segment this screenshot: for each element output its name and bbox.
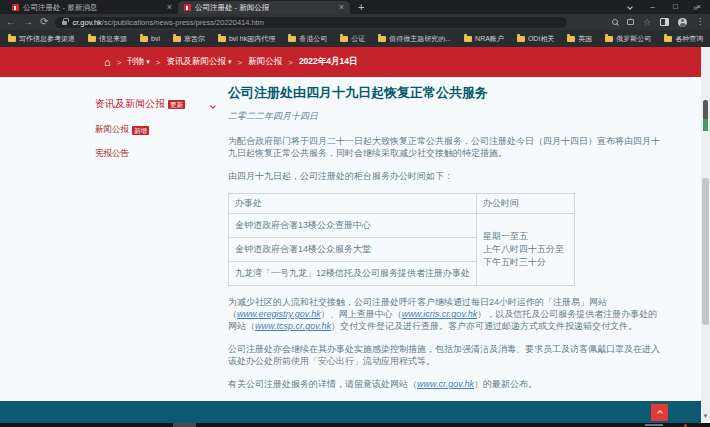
bookmark-folder[interactable]: 塞舌尔 (173, 34, 205, 44)
bookmarks-overflow-icon[interactable]: » (693, 3, 698, 13)
bookmark-folder[interactable]: 信息来源 (88, 34, 127, 44)
scrollbar-find-marker (703, 119, 708, 131)
url-domain: cr.gov.hk (72, 18, 101, 27)
article: 公司注册处由四月十九日起恢复正常公共服务 二零二二年四月十四日 为配合政府部门将… (228, 85, 660, 424)
tab-close-icon[interactable]: × (167, 3, 172, 12)
bookmark-folder[interactable]: 英国 (567, 34, 592, 44)
back-icon[interactable]: ← (6, 17, 16, 27)
inline-link[interactable]: www.eregistry.gov.hk (237, 309, 321, 319)
bookmark-label: 写作信息参考渠道 (19, 34, 75, 44)
breadcrumb-separator: > (117, 58, 122, 67)
minimize-button[interactable]: – (641, 0, 664, 13)
share-icon[interactable] (627, 19, 634, 25)
folder-icon (605, 36, 613, 42)
bookmark-label: 香港公司 (299, 34, 327, 44)
chevron-down-icon[interactable] (211, 99, 215, 110)
inline-link[interactable]: www.icris.cr.gov.hk (402, 309, 478, 319)
scrollbar-thumb[interactable] (702, 178, 709, 325)
bookmark-folder[interactable]: 写作信息参考渠道 (8, 34, 75, 44)
bookmarks-bar: 写作信息参考渠道信息来源bvi塞舌尔bvi hk国内代理香港公司公证值得做主题研… (0, 30, 710, 47)
taskbar-segment (173, 423, 196, 427)
office-cell: 金钟道政府合署14楼公众服务大堂 (229, 238, 477, 262)
chevron-down-icon: ▾ (146, 58, 150, 66)
address-bar[interactable]: cr.gov.hk/sc/publications/news-press/pre… (55, 17, 567, 28)
breadcrumb: ⌂ >刊物 ▾>资讯及新闻公报 ▾>新闻公报>2022年4月14日 (0, 47, 710, 77)
paragraph-text: 有关公司注册处服务的详情，请留意该处网站（ (228, 379, 417, 389)
tab-search-icon[interactable] (618, 0, 641, 13)
tab-strip-tabs: 公司注册处 - 最新消息×公司注册处 - 新闻公报× (6, 1, 350, 14)
bookmark-label: NRA账户 (475, 34, 504, 44)
browser-tab[interactable]: 公司注册处 - 最新消息× (6, 1, 178, 14)
office-cell: 九龙湾「一号九龙」12楼信托及公司服务提供者注册办事处 (229, 262, 477, 286)
breadcrumb-item[interactable]: 刊物 ▾ (127, 56, 150, 68)
bookmark-label: bvi hk国内代理 (229, 34, 275, 44)
profile-avatar[interactable] (678, 18, 687, 27)
bookmark-star-icon[interactable]: ☆ (643, 18, 651, 27)
maximize-button[interactable]: □ (664, 0, 687, 13)
breadcrumb-separator: > (156, 58, 161, 67)
article-date: 二零二二年四月十四日 (228, 110, 660, 123)
new-badge: 新增 (132, 126, 149, 135)
breadcrumb-separator: > (288, 58, 293, 67)
paragraph-text: 公司注册处亦会继续在其办事处实施感染控制措施，包括加强清洁及消毒、要求员工及访客… (228, 344, 660, 366)
search-icon[interactable] (612, 19, 618, 25)
bookmark-folder[interactable]: bvi (140, 35, 160, 42)
back-to-top-button[interactable] (651, 404, 668, 421)
table-header-cell: 办事处 (229, 194, 477, 214)
folder-icon (517, 36, 525, 42)
new-tab-button[interactable]: + (358, 2, 364, 13)
breadcrumb-item[interactable]: 资讯及新闻公报 ▾ (167, 56, 232, 68)
scrollbar-track[interactable]: ▼ (701, 47, 710, 423)
sidebar-heading[interactable]: 资讯及新闻公报 更新 (95, 97, 215, 111)
taskbar-edge (0, 423, 710, 427)
browser-toolbar: ← → ⟳ cr.gov.hk/sc/publications/news-pre… (0, 14, 710, 30)
menu-icon[interactable]: ⋮ (696, 18, 704, 26)
article-paragraph: 公司注册处亦会继续在其办事处实施感染控制措施，包括加强清洁及消毒、要求员工及访客… (228, 343, 660, 367)
inline-link[interactable]: www.cr.gov.hk (417, 379, 474, 389)
bookmark-folder[interactable]: 值得做主题研究的... (378, 34, 451, 44)
bookmark-folder[interactable]: ODI相关 (517, 34, 554, 44)
sidebar-item-label: 新闻公报 (95, 124, 129, 136)
browser-window: 公司注册处 - 最新消息×公司注册处 - 新闻公报× + – □ × ← → ⟳… (0, 0, 710, 427)
forward-icon[interactable]: → (23, 17, 33, 27)
bookmark-label: 英国 (578, 34, 592, 44)
paragraph-text: 为配合政府部门将于四月二十一日起大致恢复正常公共服务，公司注册处今日（四月十四日… (228, 136, 660, 158)
folder-icon (340, 36, 348, 42)
bookmark-folder[interactable]: bvi hk国内代理 (218, 34, 275, 44)
hours-line: 上午八时四十五分至下午五时三十分 (483, 243, 568, 269)
bookmark-label: 塞舌尔 (184, 34, 205, 44)
bookmark-folder[interactable]: 俄罗斯公司 (605, 34, 651, 44)
bookmark-label: 信息来源 (99, 34, 127, 44)
tab-strip: 公司注册处 - 最新消息×公司注册处 - 新闻公报× + – □ × (0, 0, 710, 14)
tab-title: 公司注册处 - 新闻公报 (195, 3, 335, 13)
bookmark-folder[interactable]: NRA账户 (464, 34, 504, 44)
breadcrumb-item[interactable]: 2022年4月14日 (299, 56, 358, 68)
sidebar-item[interactable]: 宪报公告 (95, 148, 215, 160)
article-paragraph: 为减少社区的人流和社交接触，公司注册处呼吁客户继续通过每日24小时运作的「注册易… (228, 296, 660, 332)
hours-line: 星期一至五 (483, 230, 568, 243)
browser-tab[interactable]: 公司注册处 - 新闻公报× (178, 1, 350, 14)
paragraph-text: ）的最新公布。 (474, 379, 537, 389)
tab-close-icon[interactable]: × (339, 3, 344, 12)
bookmark-folder[interactable]: 公证 (340, 34, 365, 44)
breadcrumb-item[interactable]: 新闻公报 (248, 56, 282, 68)
bookmark-folder[interactable]: 香港公司 (288, 34, 327, 44)
lock-icon[interactable] (62, 21, 67, 25)
reload-icon[interactable]: ⟳ (40, 17, 48, 27)
bookmark-folder[interactable]: 各种查询 (664, 34, 703, 44)
article-paragraph: 有关公司注册处服务的详情，请留意该处网站（www.cr.gov.hk）的最新公布… (228, 378, 660, 390)
bookmark-label: 各种查询 (675, 34, 703, 44)
scrollbar-down-arrow[interactable]: ▼ (702, 412, 709, 420)
toolbar-icons: ☆ ⋮ (612, 18, 704, 27)
updated-badge: 更新 (168, 100, 185, 109)
sidebar-item[interactable]: 新闻公报新增 (95, 124, 215, 136)
bookmark-label: 俄罗斯公司 (616, 34, 651, 44)
close-button[interactable]: × (687, 0, 710, 13)
bookmark-label: bvi (151, 35, 160, 42)
inline-link[interactable]: www.tcsp.cr.gov.hk (255, 321, 331, 331)
folder-icon (88, 36, 96, 42)
folder-icon (664, 36, 672, 42)
breadcrumb-separator: > (238, 58, 243, 67)
side-panel-icon[interactable] (660, 18, 669, 26)
home-icon[interactable]: ⌂ (104, 57, 111, 68)
